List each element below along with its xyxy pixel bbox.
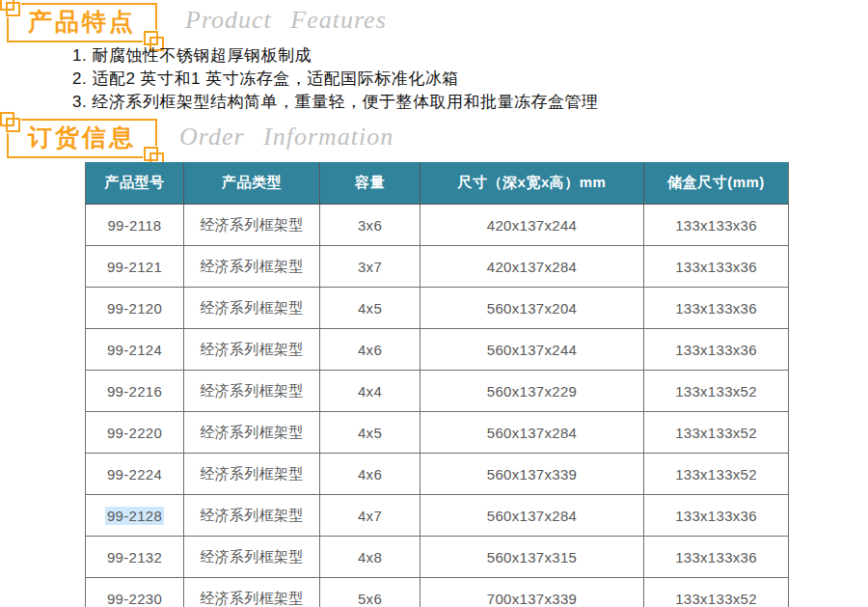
order-section-title-badge: 订货信息 — [7, 119, 157, 158]
table-cell-capacity: 4x6 — [320, 454, 420, 495]
table-cell-capacity: 4x8 — [320, 537, 420, 578]
table-cell-model: 99-2121 — [86, 246, 184, 288]
table-cell-type: 经济系列框架型 — [184, 371, 320, 412]
table-header-cell-size: 尺寸（深x宽x高）mm — [420, 162, 644, 205]
table-row: 99-2224经济系列框架型4x6560x137x339133x133x52 — [86, 454, 789, 495]
table-cell-box: 133x133x52 — [644, 412, 789, 454]
table-header-cell-box: 储盒尺寸(mm) — [644, 162, 789, 205]
table-row: 99-2121经济系列框架型3x7420x137x284133x133x36 — [86, 246, 789, 288]
order-info-table: 产品型号产品类型容量尺寸（深x宽x高）mm储盒尺寸(mm) 99-2118经济系… — [85, 162, 789, 607]
table-row: 99-2220经济系列框架型4x5560x137x284133x133x52 — [86, 412, 789, 454]
table-cell-type: 经济系列框架型 — [184, 454, 320, 495]
table-row: 99-2118经济系列框架型3x6420x137x244133x133x36 — [86, 205, 789, 246]
fret-ornament-icon — [0, 110, 21, 133]
table-cell-model: 99-2118 — [86, 205, 184, 246]
table-cell-box: 133x133x36 — [644, 288, 789, 329]
table-row: 99-2128经济系列框架型4x7560x137x284133x133x36 — [86, 495, 789, 537]
table-cell-capacity: 4x5 — [320, 288, 420, 329]
table-cell-size: 420x137x244 — [420, 205, 644, 246]
table-cell-model: 99-2216 — [86, 371, 184, 412]
table-cell-model: 99-2224 — [86, 454, 184, 495]
table-cell-box: 133x133x36 — [644, 495, 789, 537]
table-header-cell-capacity: 容量 — [320, 162, 420, 205]
table-cell-model: 99-2230 — [86, 578, 184, 607]
fret-ornament-icon — [0, 0, 21, 17]
table-cell-size: 420x137x284 — [420, 246, 644, 288]
table-cell-type: 经济系列框架型 — [184, 246, 320, 288]
table-header-row: 产品型号产品类型容量尺寸（深x宽x高）mm储盒尺寸(mm) — [86, 162, 789, 205]
table-cell-type: 经济系列框架型 — [184, 205, 320, 246]
feature-item: 3. 经济系列框架型结构简单，重量轻，便于整体取用和批量冻存盒管理 — [72, 91, 598, 114]
table-cell-box: 133x133x52 — [644, 371, 789, 412]
page: 产品特点 Product Features 1. 耐腐蚀性不锈钢超厚钢板制成2.… — [0, 0, 868, 607]
features-section-subtitle: Product Features — [185, 6, 387, 35]
table-cell-capacity: 3x7 — [320, 246, 420, 288]
table-row: 99-2230经济系列框架型5x6700x137x339133x133x52 — [86, 578, 789, 607]
table-cell-type: 经济系列框架型 — [184, 329, 320, 371]
table-cell-box: 133x133x36 — [644, 537, 789, 578]
table-cell-size: 560x137x204 — [420, 288, 644, 329]
table-cell-size: 560x137x284 — [420, 495, 644, 537]
table-cell-model: 99-2124 — [86, 329, 184, 371]
table-cell-box: 133x133x52 — [644, 578, 789, 607]
table-cell-type: 经济系列框架型 — [184, 412, 320, 454]
table-cell-capacity: 5x6 — [320, 578, 420, 607]
feature-item: 2. 适配2 英寸和1 英寸冻存盒，适配国际标准化冰箱 — [72, 68, 598, 91]
table-cell-type: 经济系列框架型 — [184, 578, 320, 607]
table-cell-size: 560x137x284 — [420, 412, 644, 454]
table-row: 99-2216经济系列框架型4x4560x137x229133x133x52 — [86, 371, 789, 412]
table-body: 99-2118经济系列框架型3x6420x137x244133x133x3699… — [86, 205, 789, 607]
table-cell-box: 133x133x36 — [644, 205, 789, 246]
features-section-title: 产品特点 — [28, 8, 136, 35]
table-cell-capacity: 4x6 — [320, 329, 420, 371]
table-cell-type: 经济系列框架型 — [184, 495, 320, 537]
table-cell-size: 700x137x339 — [420, 578, 644, 607]
table-cell-model: 99-2120 — [86, 288, 184, 329]
order-section-subtitle: Order Information — [179, 123, 393, 152]
table-row: 99-2124经济系列框架型4x6560x137x244133x133x36 — [86, 329, 789, 371]
table-cell-box: 133x133x36 — [644, 329, 789, 371]
table-cell-size: 560x137x229 — [420, 371, 644, 412]
feature-list: 1. 耐腐蚀性不锈钢超厚钢板制成2. 适配2 英寸和1 英寸冻存盒，适配国际标准… — [72, 44, 598, 114]
order-section-title: 订货信息 — [28, 124, 136, 151]
table-row: 99-2120经济系列框架型4x5560x137x204133x133x36 — [86, 288, 789, 329]
features-section-title-badge: 产品特点 — [7, 3, 157, 42]
table-row: 99-2132经济系列框架型4x8560x137x315133x133x36 — [86, 537, 789, 578]
table-header-cell-model: 产品型号 — [86, 162, 184, 205]
selected-text-highlight: 99-2128 — [105, 507, 164, 525]
table-cell-capacity: 4x7 — [320, 495, 420, 537]
table-cell-model: 99-2132 — [86, 537, 184, 578]
table-cell-box: 133x133x36 — [644, 246, 789, 288]
table-cell-model: 99-2220 — [86, 412, 184, 454]
table-cell-box: 133x133x52 — [644, 454, 789, 495]
table-cell-capacity: 3x6 — [320, 205, 420, 246]
table-cell-size: 560x137x339 — [420, 454, 644, 495]
feature-item: 1. 耐腐蚀性不锈钢超厚钢板制成 — [72, 44, 598, 68]
table-cell-size: 560x137x244 — [420, 329, 644, 371]
table-cell-size: 560x137x315 — [420, 537, 644, 578]
table-cell-type: 经济系列框架型 — [184, 537, 320, 578]
table-cell-capacity: 4x5 — [320, 412, 420, 454]
table-cell-type: 经济系列框架型 — [184, 288, 320, 329]
table-header-cell-type: 产品类型 — [184, 162, 320, 205]
table-cell-model: 99-2128 — [86, 495, 184, 537]
table-cell-capacity: 4x4 — [320, 371, 420, 412]
